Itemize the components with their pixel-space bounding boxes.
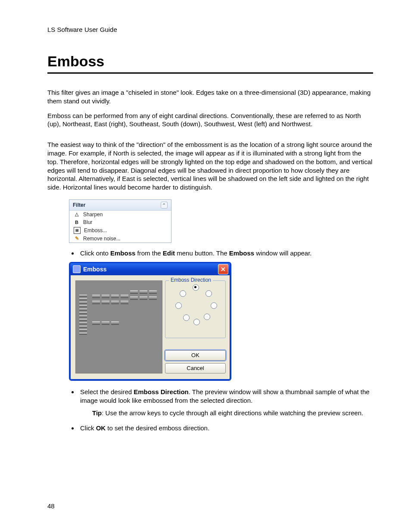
page-number: 48 <box>47 502 55 510</box>
remove-noise-icon: ✎ <box>74 236 80 242</box>
sharpen-icon: △ <box>74 212 80 218</box>
emboss-dialog-screenshot: Emboss ✕ <box>69 262 231 381</box>
filter-panel-title: Filter <box>73 202 85 208</box>
dialog-titlebar[interactable]: Emboss ✕ <box>70 263 230 275</box>
filter-item-label: Sharpen <box>83 212 103 218</box>
filter-item-label: Blur <box>83 219 92 225</box>
collapse-icon[interactable]: ⌃ <box>161 202 168 208</box>
blur-icon: B <box>74 219 80 225</box>
filter-item-label: Remove noise... <box>83 236 121 242</box>
filter-item-sharpen[interactable]: △ Sharpen <box>69 211 171 218</box>
paragraph-intro-2: Emboss can be performed from any of eigh… <box>47 112 373 129</box>
title-rule <box>47 72 373 74</box>
app-icon <box>73 265 81 273</box>
filter-item-label: Emboss... <box>84 227 107 233</box>
radio-northwest[interactable] <box>180 290 186 297</box>
radio-east[interactable] <box>211 302 217 309</box>
dialog-title: Emboss <box>83 266 106 273</box>
tip-label: Tip <box>92 409 102 417</box>
radio-southwest[interactable] <box>183 314 190 321</box>
filter-item-emboss[interactable]: ▤ Emboss... <box>69 226 171 235</box>
radio-southeast[interactable] <box>204 314 210 320</box>
radio-west[interactable] <box>175 302 182 309</box>
page-title: Emboss <box>47 53 373 70</box>
step-click-ok: Click OK to set the desired emboss direc… <box>78 424 373 432</box>
step-click-emboss: Click onto Emboss from the Edit menu but… <box>78 249 373 258</box>
direction-radio-ring <box>172 286 219 325</box>
radio-south[interactable] <box>193 319 200 325</box>
ok-button[interactable]: OK <box>165 350 226 361</box>
filter-panel-screenshot: Filter ⌃ △ Sharpen B Blur ▤ Emboss... ✎ … <box>69 199 171 243</box>
filter-item-blur[interactable]: B Blur <box>69 218 171 226</box>
cancel-button[interactable]: Cancel <box>165 363 226 373</box>
tip-text: : Use the arrow keys to cycle through al… <box>102 409 363 417</box>
emboss-preview-image <box>75 280 162 373</box>
paragraph-intro-1: This filter gives an image a "chiseled i… <box>47 88 373 106</box>
running-header: LS Software User Guide <box>47 26 373 33</box>
group-label: Emboss Direction <box>169 277 213 283</box>
close-button[interactable]: ✕ <box>218 264 228 274</box>
filter-panel-header[interactable]: Filter ⌃ <box>69 200 171 211</box>
filter-item-remove-noise[interactable]: ✎ Remove noise... <box>69 235 171 243</box>
document-page: LS Software User Guide Emboss This filte… <box>0 0 411 532</box>
emboss-direction-group: Emboss Direction <box>165 280 226 338</box>
radio-north[interactable] <box>193 284 199 291</box>
emboss-icon: ▤ <box>74 227 81 234</box>
paragraph-intro-3: The easiest way to think of the "directi… <box>47 140 373 192</box>
radio-northeast[interactable] <box>206 290 212 297</box>
tip-line: Tip: Use the arrow keys to cycle through… <box>92 409 373 417</box>
close-icon: ✕ <box>221 266 226 273</box>
step-select-direction: Select the desired Emboss Direction. The… <box>78 388 373 405</box>
